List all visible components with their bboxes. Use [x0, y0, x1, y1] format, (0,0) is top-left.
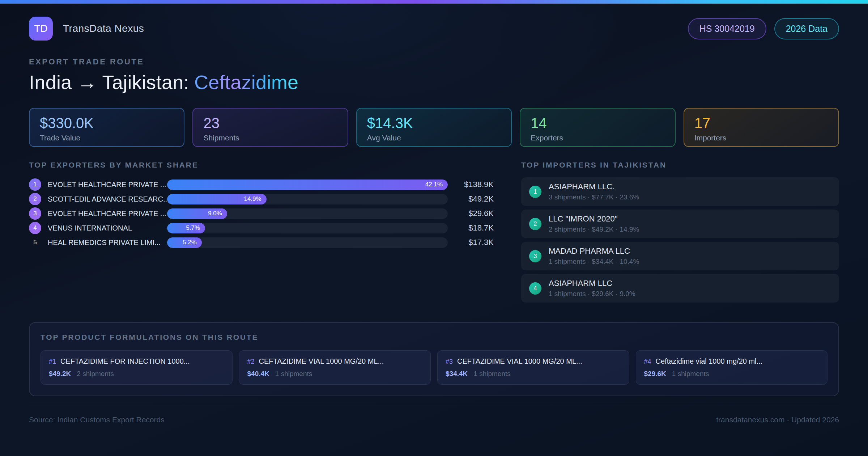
page-eyebrow: EXPORT TRADE ROUTE: [29, 57, 839, 67]
exporter-rank-badge: 2: [29, 193, 41, 205]
header: TD TransData Nexus HS 30042019 2026 Data: [29, 17, 839, 41]
product-name: CEFTAZIDIME VIAL 1000 MG/20 ML...: [259, 357, 384, 366]
market-share-bar-fill: 14.9%: [167, 194, 267, 204]
exporter-row[interactable]: 2 SCOTT-EDIL ADVANCE RESEARC... 14.9% $4…: [29, 192, 494, 206]
exporter-name: HEAL REMEDICS PRIVATE LIMI...: [48, 238, 167, 247]
year-data-badge[interactable]: 2026 Data: [774, 18, 839, 39]
stat-value: 14: [531, 115, 664, 131]
importer-meta: 3 shipments · $77.7K · 23.6%: [549, 193, 639, 201]
footer-site: transdatanexus.com · Updated 2026: [716, 415, 839, 424]
exporter-trade-value: $138.9K: [456, 180, 494, 189]
exporter-trade-value: $49.2K: [456, 194, 494, 204]
stat-card: 14 Exporters: [520, 108, 675, 147]
importers-section-title: TOP IMPORTERS IN TAJIKISTAN: [521, 161, 839, 169]
market-share-bar-track: 42.1%: [167, 180, 448, 190]
importer-item[interactable]: 4 ASIAPHARM LLC 1 shipments · $29.6K · 9…: [521, 274, 839, 303]
product-name-highlight: Ceftazidime: [194, 71, 298, 93]
product-card[interactable]: #3 CEFTAZIDIME VIAL 1000 MG/20 ML... $34…: [437, 350, 629, 385]
stat-label: Avg Value: [367, 134, 501, 142]
stat-value: $330.0K: [40, 115, 174, 131]
exporter-name: EVOLET HEALTHCARE PRIVATE ...: [48, 210, 167, 218]
importer-item[interactable]: 1 ASIAPHARM LLC. 3 shipments · $77.7K · …: [521, 177, 839, 206]
importer-name: ASIAPHARM LLC.: [549, 182, 639, 191]
footer: Source: Indian Customs Export Records tr…: [29, 405, 839, 424]
product-shipments: 1 shipments: [275, 370, 312, 378]
share-percent-label: 42.1%: [425, 181, 443, 188]
product-meta-line: $49.2K 2 shipments: [49, 370, 224, 378]
product-name: Ceftazidime vial 1000 mg/20 ml...: [656, 357, 763, 366]
exporter-trade-value: $18.7K: [456, 223, 494, 233]
share-percent-label: 9.0%: [208, 210, 222, 217]
market-share-bar-track: 14.9%: [167, 194, 448, 204]
app-logo[interactable]: TD: [29, 17, 53, 41]
exporter-row[interactable]: 4 VENUS INTERNATIONAL 5.7% $18.7K: [29, 221, 494, 235]
hs-code-badge[interactable]: HS 30042019: [688, 18, 766, 39]
importer-info: LLC "IMRON 2020" 2 shipments · $49.2K · …: [549, 214, 639, 233]
product-meta-line: $40.4K 1 shipments: [247, 370, 423, 378]
exporter-row[interactable]: 1 EVOLET HEALTHCARE PRIVATE ... 42.1% $1…: [29, 177, 494, 192]
stat-card: $330.0K Trade Value: [29, 108, 184, 147]
page: TD TransData Nexus HS 30042019 2026 Data…: [0, 17, 868, 424]
product-name: CEFTAZIDIME FOR INJECTION 1000...: [60, 357, 190, 366]
top-accent-bar: [0, 0, 868, 4]
importer-meta: 1 shipments · $29.6K · 9.0%: [549, 290, 635, 298]
stat-value: $14.3K: [367, 115, 501, 131]
exporter-name: EVOLET HEALTHCARE PRIVATE ...: [48, 181, 167, 189]
importer-info: ASIAPHARM LLC 1 shipments · $29.6K · 9.0…: [549, 279, 635, 298]
share-percent-label: 14.9%: [244, 195, 261, 203]
route-text: India → Tajikistan:: [29, 71, 189, 93]
product-card[interactable]: #2 CEFTAZIDIME VIAL 1000 MG/20 ML... $40…: [239, 350, 431, 385]
product-value: $49.2K: [49, 370, 71, 378]
product-cards: #1 CEFTAZIDIME FOR INJECTION 1000... $49…: [41, 350, 827, 385]
products-section: TOP PRODUCT FORMULATIONS ON THIS ROUTE #…: [29, 322, 839, 396]
stat-value: 17: [694, 115, 828, 131]
exporter-rank-badge: 3: [29, 207, 41, 220]
product-value: $29.6K: [644, 370, 666, 378]
share-percent-label: 5.2%: [183, 239, 197, 246]
importer-rank-badge: 2: [529, 218, 541, 230]
product-shipments: 1 shipments: [672, 370, 709, 378]
product-title-line: #4 Ceftazidime vial 1000 mg/20 ml...: [644, 357, 820, 366]
importers-list: 1 ASIAPHARM LLC. 3 shipments · $77.7K · …: [521, 177, 839, 303]
page-title: India → Tajikistan:Ceftazidime: [29, 71, 839, 93]
stat-label: Trade Value: [40, 134, 174, 142]
market-share-bar-track: 5.7%: [167, 223, 448, 233]
market-share-bar-track: 9.0%: [167, 208, 448, 219]
stat-value: 23: [203, 115, 337, 131]
product-meta-line: $34.4K 1 shipments: [446, 370, 621, 378]
product-meta-line: $29.6K 1 shipments: [644, 370, 820, 378]
market-share-bar-fill: 9.0%: [167, 208, 227, 219]
product-shipments: 1 shipments: [473, 370, 510, 378]
stats-row: $330.0K Trade Value 23 Shipments $14.3K …: [29, 108, 839, 147]
product-title-line: #1 CEFTAZIDIME FOR INJECTION 1000...: [49, 357, 224, 366]
stat-card: 17 Importers: [684, 108, 839, 147]
exporter-rank-badge: 4: [29, 222, 41, 234]
importer-item[interactable]: 2 LLC "IMRON 2020" 2 shipments · $49.2K …: [521, 210, 839, 238]
importer-item[interactable]: 3 MADAD PHARMA LLC 1 shipments · $34.4K …: [521, 242, 839, 270]
product-shipments: 2 shipments: [77, 370, 114, 378]
product-value: $34.4K: [446, 370, 468, 378]
exporter-row[interactable]: 3 EVOLET HEALTHCARE PRIVATE ... 9.0% $29…: [29, 206, 494, 221]
importer-name: LLC "IMRON 2020": [549, 214, 639, 224]
exporter-trade-value: $29.6K: [456, 209, 494, 218]
header-badges: HS 30042019 2026 Data: [688, 18, 839, 39]
brand-name: TransData Nexus: [63, 23, 144, 34]
exporters-list: 1 EVOLET HEALTHCARE PRIVATE ... 42.1% $1…: [29, 177, 494, 250]
stat-card: 23 Shipments: [192, 108, 348, 147]
share-percent-label: 5.7%: [186, 224, 200, 232]
product-card[interactable]: #4 Ceftazidime vial 1000 mg/20 ml... $29…: [636, 350, 828, 385]
product-rank: #2: [247, 358, 255, 366]
market-share-bar-fill: 5.2%: [167, 237, 202, 248]
product-rank: #4: [644, 358, 651, 366]
products-section-title: TOP PRODUCT FORMULATIONS ON THIS ROUTE: [41, 333, 827, 342]
importer-rank-badge: 4: [529, 282, 541, 295]
main-columns: TOP EXPORTERS BY MARKET SHARE 1 EVOLET H…: [29, 161, 839, 306]
exporters-section: TOP EXPORTERS BY MARKET SHARE 1 EVOLET H…: [29, 161, 494, 250]
product-card[interactable]: #1 CEFTAZIDIME FOR INJECTION 1000... $49…: [41, 350, 233, 385]
stat-card: $14.3K Avg Value: [356, 108, 512, 147]
product-rank: #1: [49, 358, 56, 366]
exporter-row[interactable]: 5 HEAL REMEDICS PRIVATE LIMI... 5.2% $17…: [29, 235, 494, 250]
exporter-rank-badge: 1: [29, 178, 41, 191]
product-title-line: #3 CEFTAZIDIME VIAL 1000 MG/20 ML...: [446, 357, 621, 366]
importer-rank-badge: 3: [529, 250, 541, 262]
